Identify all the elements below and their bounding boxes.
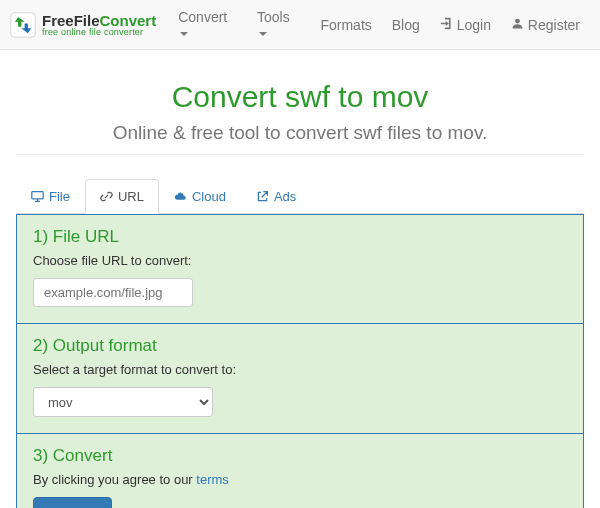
- page-subtitle: Online & free tool to convert swf files …: [16, 122, 584, 155]
- monitor-icon: [31, 190, 44, 203]
- tab-ads[interactable]: Ads: [241, 179, 311, 214]
- step3-heading: 3) Convert: [33, 446, 567, 466]
- brand-logo[interactable]: FreeFileConvert free online file convert…: [10, 12, 156, 38]
- tab-url[interactable]: URL: [85, 179, 159, 214]
- logo-icon: [10, 12, 36, 38]
- step1-desc: Choose file URL to convert:: [33, 253, 567, 268]
- convert-panel: 1) File URL Choose file URL to convert: …: [16, 214, 584, 508]
- source-tabs: File URL Cloud Ads: [16, 179, 584, 214]
- convert-button[interactable]: Convert: [33, 497, 112, 508]
- user-icon: [511, 17, 524, 30]
- output-format-select[interactable]: mov: [33, 387, 213, 417]
- svg-rect-0: [11, 12, 35, 36]
- navbar: FreeFileConvert free online file convert…: [0, 0, 600, 50]
- external-icon: [256, 190, 269, 203]
- file-url-input[interactable]: [33, 278, 193, 307]
- step2-desc: Select a target format to convert to:: [33, 362, 567, 377]
- step-output-format: 2) Output format Select a target format …: [17, 324, 583, 434]
- step-file-url: 1) File URL Choose file URL to convert:: [17, 215, 583, 324]
- nav-formats[interactable]: Formats: [320, 17, 371, 33]
- tab-file[interactable]: File: [16, 179, 85, 214]
- nav-register[interactable]: Register: [511, 17, 580, 33]
- terms-link[interactable]: terms: [196, 472, 229, 487]
- link-icon: [100, 190, 113, 203]
- cloud-icon: [174, 190, 187, 203]
- svg-rect-1: [32, 192, 43, 199]
- nav-convert[interactable]: Convert: [178, 9, 227, 41]
- step2-heading: 2) Output format: [33, 336, 567, 356]
- page-title: Convert swf to mov: [16, 80, 584, 114]
- nav-blog[interactable]: Blog: [392, 17, 420, 33]
- brand-tagline: free online file converter: [42, 28, 156, 37]
- tab-cloud[interactable]: Cloud: [159, 179, 241, 214]
- caret-icon: [259, 32, 267, 36]
- brand-title: FreeFileConvert: [42, 13, 156, 28]
- nav-login[interactable]: Login: [440, 17, 491, 33]
- login-icon: [440, 17, 453, 30]
- terms-line: By clicking you agree to our terms: [33, 472, 567, 487]
- step-convert: 3) Convert By clicking you agree to our …: [17, 434, 583, 508]
- step1-heading: 1) File URL: [33, 227, 567, 247]
- caret-icon: [180, 32, 188, 36]
- nav-tools[interactable]: Tools: [257, 9, 290, 41]
